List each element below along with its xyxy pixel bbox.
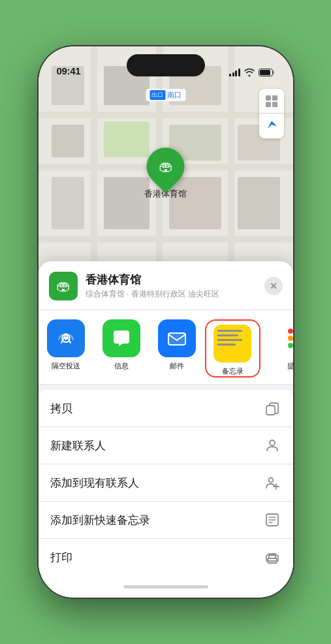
signal-bars — [229, 69, 240, 76]
bottom-sheet: 🏟 香港体育馆 综合体育馆 · 香港特别行政区 油尖旺区 ✕ — [39, 261, 293, 598]
close-button[interactable]: ✕ — [264, 277, 283, 295]
new-contact-icon — [263, 436, 281, 455]
home-bar — [123, 585, 208, 588]
more-icon — [272, 319, 293, 357]
signal-bar-3 — [235, 71, 237, 76]
airdrop-icon — [47, 319, 85, 357]
location-arrow-icon — [266, 120, 277, 132]
sheet-header: 🏟 香港体育馆 综合体育馆 · 香港特别行政区 油尖旺区 ✕ — [39, 261, 293, 310]
add-contact-icon — [263, 474, 281, 492]
copy-svg — [265, 400, 279, 416]
venue-icon-emoji: 🏟 — [56, 278, 71, 295]
notes-line-2 — [217, 334, 238, 336]
location-pin[interactable]: 🏟 香港体育馆 — [144, 148, 187, 200]
copy-icon — [263, 399, 281, 417]
svg-rect-23 — [272, 95, 277, 101]
svg-rect-28 — [168, 333, 185, 345]
action-print[interactable]: 打印 — [39, 539, 293, 575]
wifi-icon — [244, 69, 255, 76]
svg-point-32 — [270, 440, 275, 445]
airdrop-svg — [56, 329, 76, 348]
svg-rect-17 — [104, 177, 150, 229]
print-icon — [263, 548, 281, 566]
phone-frame: 09:41 — [39, 46, 293, 598]
svg-rect-1 — [273, 71, 274, 74]
quick-note-icon — [263, 511, 281, 529]
svg-rect-3 — [39, 112, 293, 118]
mail-label: 邮件 — [170, 361, 184, 371]
map-type-button[interactable] — [259, 89, 284, 114]
notes-line-1 — [217, 330, 242, 332]
location-button[interactable] — [259, 114, 284, 138]
svg-rect-19 — [238, 177, 280, 229]
notes-icon — [213, 325, 251, 362]
venue-icon: 🏟 — [49, 272, 78, 300]
venue-info: 香港体育馆 综合体育馆 · 香港特别行政区 油尖旺区 — [86, 272, 257, 300]
messages-label: 信息 — [114, 361, 129, 371]
svg-point-42 — [276, 558, 277, 559]
close-icon: ✕ — [270, 281, 277, 291]
share-item-airdrop[interactable]: 隔空投送 — [39, 319, 94, 371]
venue-subtitle: 综合体育馆 · 香港特别行政区 油尖旺区 — [86, 289, 257, 300]
svg-rect-31 — [266, 406, 275, 415]
svg-rect-25 — [272, 102, 277, 107]
notes-line-4 — [217, 344, 236, 346]
notes-line-3 — [217, 339, 242, 341]
pin-circle: 🏟 — [138, 140, 192, 193]
stadium-icon: 🏟 — [159, 158, 173, 175]
home-indicator — [39, 575, 293, 598]
svg-rect-22 — [266, 95, 271, 101]
svg-rect-16 — [52, 177, 84, 229]
print-svg — [264, 549, 280, 565]
map-type-icon — [265, 95, 278, 108]
share-row: 隔空投送 信息 — [39, 310, 293, 385]
map-label-text: 南口 — [167, 90, 181, 100]
action-copy[interactable]: 拷贝 — [39, 390, 293, 427]
mail-icon — [158, 319, 196, 357]
svg-rect-20 — [104, 121, 150, 157]
action-add-contact[interactable]: 添加到现有联系人 — [39, 464, 293, 502]
mail-svg — [166, 328, 187, 349]
svg-point-33 — [268, 478, 273, 483]
dynamic-island — [127, 54, 205, 76]
action-add-contact-label: 添加到现有联系人 — [50, 475, 139, 491]
status-icons — [229, 69, 275, 76]
map-label-prefix: 出口 — [150, 90, 165, 100]
action-quick-note-label: 添加到新快速备忘录 — [50, 513, 150, 528]
action-new-contact-label: 新建联系人 — [50, 438, 106, 453]
map-label-badge: 出口 南口 — [146, 89, 185, 101]
share-item-notes[interactable]: 备忘录 — [205, 319, 260, 378]
signal-bar-4 — [238, 69, 240, 76]
status-time: 09:41 — [57, 65, 81, 76]
notes-label: 备忘录 — [222, 366, 244, 376]
action-copy-label: 拷贝 — [50, 401, 72, 416]
action-new-contact[interactable]: 新建联系人 — [39, 427, 293, 464]
action-quick-note[interactable]: 添加到新快速备忘录 — [39, 502, 293, 539]
svg-rect-12 — [52, 125, 84, 157]
note-svg — [264, 512, 280, 528]
person-svg — [264, 438, 280, 453]
more-label: 提 — [287, 361, 293, 371]
phone-screen: 09:41 — [39, 46, 293, 598]
share-item-more[interactable]: 提 — [263, 319, 293, 371]
signal-bar-2 — [232, 72, 234, 76]
action-print-label: 打印 — [50, 550, 72, 565]
messages-icon — [102, 319, 140, 357]
messages-svg — [111, 328, 132, 349]
share-item-messages[interactable]: 信息 — [94, 319, 150, 371]
airdrop-label: 隔空投送 — [52, 361, 80, 371]
action-list: 拷贝 新建联系人 — [39, 390, 293, 575]
map-controls — [259, 89, 284, 138]
person-add-svg — [264, 475, 280, 491]
venue-name: 香港体育馆 — [86, 272, 257, 287]
share-item-mail[interactable]: 邮件 — [150, 319, 205, 371]
svg-rect-2 — [260, 70, 270, 75]
svg-rect-5 — [39, 236, 293, 242]
svg-rect-24 — [266, 102, 271, 107]
battery-icon — [259, 69, 275, 76]
signal-bar-1 — [229, 74, 231, 76]
